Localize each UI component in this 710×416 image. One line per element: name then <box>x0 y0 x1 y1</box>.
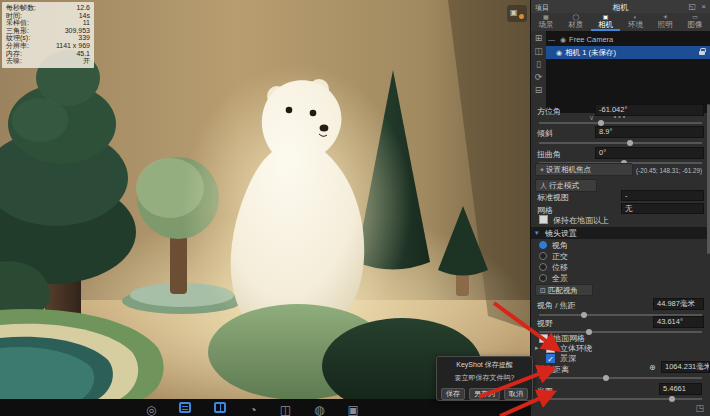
tab-camera[interactable]: ▣相机 <box>591 13 621 31</box>
tab-lighting[interactable]: ☀照明 <box>650 13 680 31</box>
library-panel-icon[interactable] <box>179 402 191 413</box>
save-button[interactable]: 保存 <box>441 388 465 400</box>
aperture-slider[interactable] <box>539 396 702 402</box>
page-title: 相机 <box>531 2 710 13</box>
aperture-value[interactable]: 5.4661 <box>659 383 702 395</box>
standard-view-select[interactable]: - <box>621 190 704 201</box>
panel-resize-icon[interactable]: ◳ <box>695 403 704 413</box>
cpu-usage-icon[interactable]: ◎ <box>146 402 156 416</box>
record-dot-icon <box>519 14 524 19</box>
stereo-checkbox[interactable] <box>546 344 555 353</box>
keep-above-ground-label: 保持在地面以上 <box>553 215 609 226</box>
ground-grid-checkbox[interactable] <box>539 334 548 343</box>
perspective-label: 视角 <box>552 240 568 251</box>
azimuth-label: 方位角 <box>537 106 561 117</box>
depth-of-field-checkbox[interactable]: ✓ <box>546 354 555 363</box>
stat-row: 分辨率:1141 x 969 <box>6 42 90 50</box>
add-camera-icon[interactable]: ⊞ <box>535 33 543 43</box>
panoramic-radio[interactable] <box>539 274 547 282</box>
save-reminder-dialog: KeyShot 保存提醒 要立即保存文件吗? 保存 另存为 取消 <box>436 356 533 401</box>
keyshot-window: 每秒帧数:12.6 时间:14s 采样值:11 三角形:309,953 纹理(s… <box>0 0 710 416</box>
popout-icon[interactable]: ◱ <box>688 2 696 11</box>
azimuth-value[interactable]: -61.042° <box>595 104 704 116</box>
panel-tabs: ▦场景 ◯材质 ▣相机 ◐环境 ☀照明 ▭图像 <box>531 13 710 31</box>
focus-distance-slider[interactable] <box>539 375 702 381</box>
grid-select[interactable]: 无 <box>621 203 704 214</box>
inclination-slider[interactable] <box>539 140 702 146</box>
render-viewport[interactable]: 每秒帧数:12.6 时间:14s 采样值:11 三角形:309,953 纹理(s… <box>0 0 530 400</box>
tab-scene[interactable]: ▦场景 <box>531 13 561 31</box>
lens-settings-section[interactable]: ▾ 镜头设置 <box>531 227 710 239</box>
reset-camera-icon[interactable]: ⟳ <box>535 72 543 82</box>
animation-icon[interactable]: ◔ <box>249 402 256 416</box>
inclination-value[interactable]: 8.9° <box>595 126 704 138</box>
stat-row: 纹理(s):339 <box>6 34 90 42</box>
walk-mode-button[interactable]: 人行走模式 <box>535 179 597 192</box>
depth-of-field-label: 景深 <box>560 353 576 364</box>
panel-header: 项目 相机 ◱ × <box>531 0 710 13</box>
free-camera-icon: ◉ <box>560 36 566 43</box>
dialog-title: KeyShot 保存提醒 <box>437 360 532 370</box>
focus-distance-label: 对焦距离 <box>537 364 569 375</box>
pick-focus-target-icon[interactable]: ⊕ <box>649 363 656 372</box>
render-stats-overlay: 每秒帧数:12.6 时间:14s 采样值:11 三角形:309,953 纹理(s… <box>2 2 94 68</box>
stat-row: 去噪:开 <box>6 57 90 65</box>
camera-item-icon: ◉ <box>556 49 562 56</box>
bottom-toolbar: ◎ ◔ ◫ ◍ ▣ <box>0 399 530 416</box>
shift-radio[interactable] <box>539 263 547 271</box>
shift-label: 位移 <box>552 262 568 273</box>
match-view-icon: ⊡ <box>540 287 546 294</box>
focal-length-value[interactable]: 44.987毫米 <box>653 298 704 310</box>
close-icon[interactable]: × <box>701 2 706 11</box>
project-panel: 项目 相机 ◱ × ▦场景 ◯材质 ▣相机 ◐环境 ☀照明 ▭图像 ⊞ ◫ ▯ … <box>530 0 710 416</box>
focus-distance-value[interactable]: 1064.231毫米 <box>661 361 710 373</box>
walk-icon: 人 <box>540 182 547 189</box>
copy-camera-icon[interactable]: ◫ <box>534 46 543 56</box>
stat-row: 每秒帧数:12.6 <box>6 4 90 12</box>
match-view-button[interactable]: ⊡匹配视角 <box>535 284 593 296</box>
camera-badge-icon: ▣ <box>510 8 518 18</box>
set-camera-focus-button[interactable]: ⌖设置相机焦点 <box>535 163 633 176</box>
tab-environment[interactable]: ◐环境 <box>620 13 650 31</box>
set-focus-icon: ⌖ <box>540 166 544 173</box>
section-caret-icon: ▾ <box>535 229 539 237</box>
fov-value[interactable]: 43.614° <box>653 316 704 328</box>
panoramic-label: 全景 <box>552 273 568 284</box>
stat-row: 采样值:11 <box>6 19 90 27</box>
stereo-expander-icon[interactable]: ▸ <box>535 344 539 352</box>
save-as-button[interactable]: 另存为 <box>469 388 500 400</box>
twist-label: 扭曲角 <box>537 149 561 160</box>
cancel-button[interactable]: 取消 <box>504 388 528 400</box>
tree-dash: — <box>548 36 555 43</box>
dialog-message: 要立即保存文件吗? <box>437 373 532 383</box>
lock-icon <box>699 51 705 55</box>
camera-group-row[interactable]: —◉Free Camera <box>546 33 710 46</box>
stat-row: 时间:14s <box>6 12 90 20</box>
bear-lamp <box>182 65 412 345</box>
camera-tools-strip: ⊞ ◫ ▯ ⟳ ⊟ <box>531 31 546 113</box>
geometry-icon[interactable]: ◫ <box>280 402 291 416</box>
tab-image[interactable]: ▭图像 <box>680 13 710 31</box>
tab-material[interactable]: ◯材质 <box>561 13 591 31</box>
save-camera-icon[interactable]: ⊟ <box>535 85 543 95</box>
orthographic-radio[interactable] <box>539 252 547 260</box>
fov-label: 视野 <box>537 318 553 329</box>
camera-list: —◉Free Camera ◉相机 1 (未保存) <box>546 31 710 113</box>
project-panel-icon[interactable] <box>214 402 226 413</box>
delete-camera-icon[interactable]: ▯ <box>536 59 541 69</box>
camera-row-selected[interactable]: ◉相机 1 (未保存) <box>546 46 710 59</box>
screenshot-icon[interactable]: ▣ <box>348 402 359 416</box>
inclination-label: 倾斜 <box>537 128 553 139</box>
twist-value[interactable]: 0° <box>595 147 704 159</box>
keep-above-ground-checkbox[interactable] <box>539 215 548 224</box>
viewport-camera-badge[interactable]: ▣ <box>507 5 527 22</box>
orthographic-label: 正交 <box>552 251 568 262</box>
focal-length-label: 视角 / 焦距 <box>537 300 576 311</box>
perspective-radio[interactable] <box>539 241 547 249</box>
focus-coordinates: (-20.45; 148.31; -61.29) <box>636 167 702 174</box>
stat-row: 内存:45.1 <box>6 50 90 58</box>
standard-view-label: 标准视图 <box>537 192 569 203</box>
stat-row: 三角形:309,953 <box>6 27 90 35</box>
render-icon[interactable]: ◍ <box>314 402 324 416</box>
